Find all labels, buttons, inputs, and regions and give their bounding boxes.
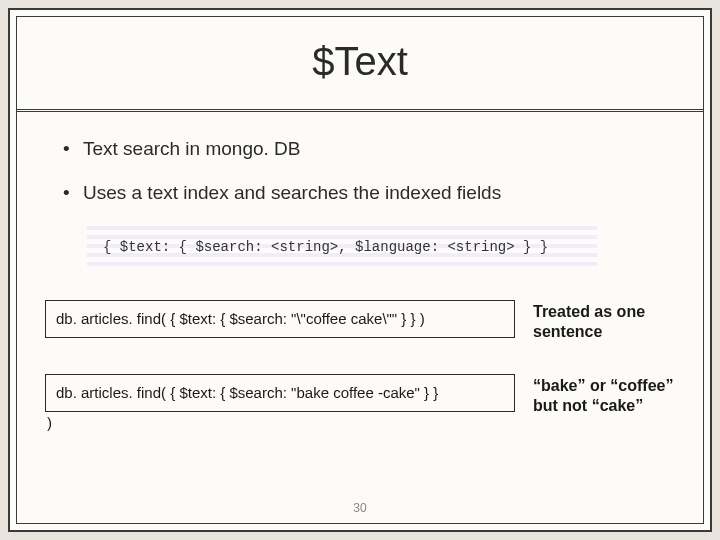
code-closing-paren: ) xyxy=(47,414,515,431)
example-row-1: db. articles. find( { $text: { $search: … xyxy=(45,300,675,342)
code-box: db. articles. find( { $text: { $search: … xyxy=(45,374,515,412)
code-box-wrap: db. articles. find( { $text: { $search: … xyxy=(45,374,515,431)
bullet-item: Text search in mongo. DB xyxy=(63,138,675,160)
slide-title: $Text xyxy=(17,17,703,102)
bullet-item: Uses a text index and searches the index… xyxy=(63,182,675,204)
example-row-2: db. articles. find( { $text: { $search: … xyxy=(45,374,675,431)
example-note: “bake” or “coffee” but not “cake” xyxy=(533,374,675,416)
example-note: Treated as one sentence xyxy=(533,300,675,342)
content-area: Text search in mongo. DB Uses a text ind… xyxy=(45,122,675,431)
syntax-text: { $text: { $search: <string>, $language:… xyxy=(103,239,548,255)
divider-line xyxy=(17,111,703,112)
inner-border: $Text Text search in mongo. DB Uses a te… xyxy=(16,16,704,524)
slide-frame: $Text Text search in mongo. DB Uses a te… xyxy=(8,8,712,532)
divider-line xyxy=(17,109,703,110)
syntax-block: { $text: { $search: <string>, $language:… xyxy=(87,226,597,268)
code-box: db. articles. find( { $text: { $search: … xyxy=(45,300,515,338)
page-number: 30 xyxy=(17,501,703,515)
